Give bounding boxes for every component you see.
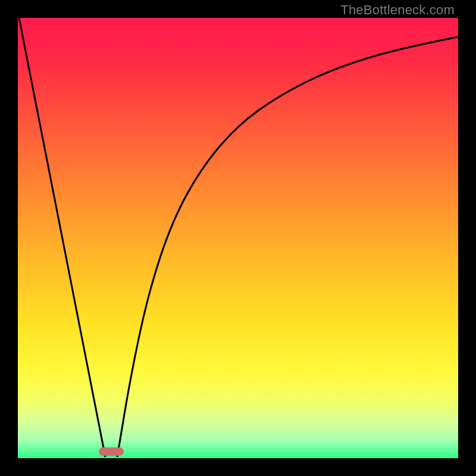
optimal-marker (99, 447, 124, 456)
curve-right-segment (117, 37, 458, 457)
bottleneck-curve (18, 18, 458, 458)
plot-area (18, 18, 458, 458)
watermark-text: TheBottleneck.com (340, 2, 455, 18)
curve-left-segment (19, 18, 105, 457)
